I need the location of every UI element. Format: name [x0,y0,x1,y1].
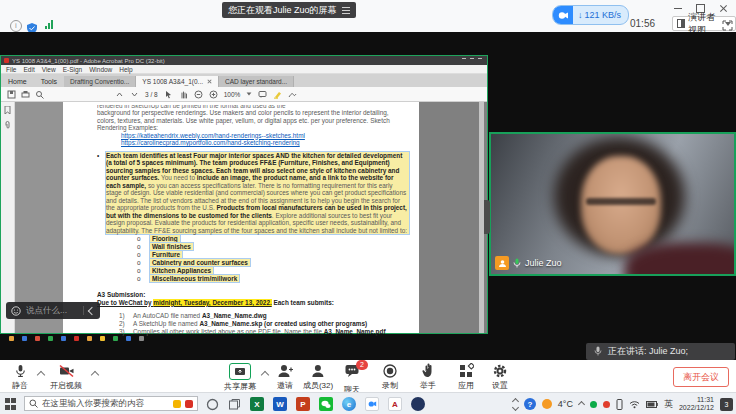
start-button[interactable] [5,398,17,410]
pdf-page: rendered in SketchUp can be printed in t… [63,102,419,333]
acrobat-tab-bar: Home Tools Drafting Conventio... YS 1008… [1,74,487,87]
minimize-button[interactable] [674,8,682,9]
word-icon[interactable]: W [273,397,287,411]
panel-collapse-handle[interactable] [484,200,490,234]
members-button[interactable]: 成员(32) [303,363,333,391]
show-hidden-icons[interactable] [579,402,584,407]
quick-chat-input[interactable]: 说点什么... [26,305,78,317]
scroll-icons[interactable] [513,399,518,410]
battery-icon[interactable] [646,401,658,408]
zoom-caret-icon[interactable] [247,92,252,95]
quick-chat-bar[interactable]: 说点什么... [6,302,100,319]
comment-icon[interactable] [258,90,267,99]
network-signal-icon[interactable] [45,20,53,29]
hand-tool-icon[interactable] [179,90,188,99]
tab-doc-drafting[interactable]: Drafting Conventio... [64,76,136,87]
network-speed-badge[interactable]: ↓121 KB/s [552,5,629,25]
cortana-icon[interactable] [206,398,219,411]
wifi-icon[interactable] [629,400,640,409]
print-icon[interactable] [21,90,30,99]
fullscreen-button[interactable] [722,17,733,28]
bullet-marker: • [97,152,106,235]
app-circle-icon[interactable] [411,397,425,411]
edge-icon[interactable]: e [342,397,356,411]
record-button[interactable]: 录制 [382,363,398,391]
tooltip-menu-icon[interactable] [342,7,350,14]
tab-close-icon[interactable] [207,79,212,84]
invite-button[interactable]: 邀请 [277,363,293,391]
raise-hand-button[interactable]: 举手 [420,363,436,391]
shared-screen-area: YS 1008 A3&4_1(00).pdf - Adobe Acrobat P… [0,32,736,360]
info-icon[interactable]: i [10,20,22,32]
zoom-out-icon[interactable] [194,90,203,99]
weather-temp[interactable]: 4°C [558,399,573,409]
attachments-panel-icon[interactable] [4,121,11,129]
submit-item: 1)An AutoCAD file named A3_Name_Name.dwg [119,312,409,320]
tab-doc-cad[interactable]: CAD layer standard... [219,76,294,87]
acrobat-menu-bar: File Edit View E-Sign Window Help [1,65,487,74]
record-status-icon[interactable] [603,401,610,408]
notification-center-icon[interactable]: 3 [720,398,733,411]
emoji-icon[interactable] [11,306,21,316]
acrobat-window-controls[interactable] [462,58,482,63]
menu-view[interactable]: View [42,66,56,73]
share-screen-button[interactable]: 共享屏幕 [224,363,256,392]
signature-icon[interactable] [288,90,297,99]
ime-indicator[interactable]: 英 [664,398,673,411]
share-options-chevron[interactable] [262,370,268,376]
menu-file[interactable]: File [6,66,16,73]
wechat-icon[interactable] [319,397,333,411]
settings-button[interactable]: 设置 [492,363,508,391]
page-down-icon[interactable] [130,90,139,99]
search-icon[interactable] [35,90,44,99]
tab-tools[interactable]: Tools [34,76,64,87]
save-icon[interactable] [7,90,16,99]
participant-name: Julie Zuo [525,258,562,268]
tab-doc-active[interactable]: YS 1008 A3&4_1(0... [136,76,219,87]
sketch-example-link-2[interactable]: https://carolinecprad.myportfolio.com/ha… [121,139,409,147]
zoom-level[interactable]: 100% [224,91,241,98]
page-up-icon[interactable] [115,90,124,99]
sketch-example-link-1[interactable]: https://katieahendrix.weebly.com/hand-re… [121,132,409,140]
taskbar-clock[interactable]: 11:312022/12/12 [679,396,714,412]
apps-button[interactable]: 应用 [458,363,474,391]
collapse-chat-icon[interactable] [88,306,96,314]
phone-icon[interactable] [616,399,623,410]
taskbar-search[interactable]: 在这里输入你要搜索的内容 [24,396,198,411]
video-options-chevron[interactable] [92,370,98,376]
excel-icon[interactable]: X [250,397,264,411]
start-video-button[interactable]: 开启视频 [50,363,82,391]
leave-meeting-button[interactable]: 离开会议 [673,367,729,387]
acrobat-window: YS 1008 A3&4_1(00).pdf - Adobe Acrobat P… [0,55,488,334]
chat-button[interactable]: 2 聊天 [344,363,360,395]
menu-window[interactable]: Window [89,66,112,73]
record-icon [382,363,398,379]
submit-item: 3)Compiles all other work listed above a… [119,328,409,336]
green-status-icon[interactable] [590,401,597,408]
bookmarks-panel-icon[interactable] [4,106,11,114]
windows-taskbar: 在这里输入你要搜索的内容 X W P e A ? 4°C 英 11:312022… [0,392,736,414]
mute-button[interactable]: 静音 [12,363,28,391]
menu-edit[interactable]: Edit [23,66,34,73]
submit-item: 2)A SketchUp file named A3_Name_Name.skp… [119,320,409,328]
acrobat-nav-panel[interactable] [15,102,63,333]
highlighter-icon[interactable] [273,90,282,99]
menu-help[interactable]: Help [119,66,132,73]
mute-options-chevron[interactable] [38,370,44,376]
weather-icon[interactable] [542,399,552,409]
raise-hand-icon [420,363,436,379]
task-view-icon[interactable] [228,398,241,411]
zoom-in-icon[interactable] [209,90,218,99]
powerpoint-icon[interactable]: P [296,397,310,411]
page-indicator[interactable]: 3 / 8 [145,91,158,98]
select-cursor-icon[interactable] [164,90,173,99]
menu-esign[interactable]: E-Sign [63,66,83,73]
camera-off-icon [58,363,75,379]
meeting-app-icon[interactable] [365,397,379,411]
participant-video-tile[interactable]: Julie Zuo [489,132,736,276]
list-item: oCabinetry and counter surfaces [137,259,409,267]
due-date-highlight: midnight, Tuesday, December 13, 2022. [153,299,271,306]
tab-home[interactable]: Home [1,76,34,87]
autocad-icon[interactable]: A [388,397,402,411]
help-tray-icon[interactable]: ? [524,398,536,410]
